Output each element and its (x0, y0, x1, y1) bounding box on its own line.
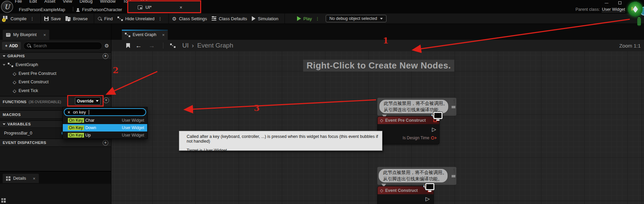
override-option-on-key-down[interactable]: On Key Down User Widget (63, 124, 147, 132)
toolbar-separator (168, 13, 169, 24)
sidebar-item-event-tick[interactable]: ◇ Event Tick (0, 87, 111, 94)
add-button[interactable]: + ADD (2, 42, 21, 50)
chevron-down-icon (3, 55, 5, 57)
exec-output-pin[interactable]: ▷ (432, 127, 436, 132)
search-icon (27, 43, 31, 48)
menu-window[interactable]: Window (100, 0, 115, 4)
tab-first-person-character[interactable]: FirstPersonCharacter (76, 6, 122, 13)
sidebar-item-event-pre-construct[interactable]: ◇ Event Pre Construct (0, 70, 111, 77)
chevron-down-icon (380, 18, 383, 20)
macros-header-label: MACROS (3, 113, 21, 117)
event-dispatchers-header-label: EVENT DISPATCHERS (3, 141, 46, 145)
graphs-section-header[interactable]: GRAPHS + (0, 52, 111, 60)
clear-search-icon[interactable]: × (68, 110, 70, 115)
close-panel-icon[interactable]: × (43, 32, 46, 37)
node-header[interactable]: ◇ Event Pre Construct (377, 116, 439, 124)
bookmark-icon[interactable] (126, 43, 130, 48)
event-graph-tab[interactable]: Event Graph × (122, 30, 168, 40)
add-graph-button[interactable]: + (103, 53, 108, 59)
details-tab[interactable]: Details × (3, 174, 39, 183)
save-button[interactable]: Save (44, 16, 61, 21)
close-details-icon[interactable]: × (33, 176, 35, 181)
details-tab-label: Details (13, 176, 26, 181)
compile-label: Compile (10, 16, 27, 21)
blueprint-search-input[interactable]: Search (23, 42, 102, 50)
nav-forward-button[interactable]: → (149, 42, 155, 49)
event-graph-canvas[interactable]: Event Graph × ← → UI › Event Graph Zoom … (111, 24, 644, 204)
compile-icon: ? (3, 16, 8, 21)
browse-icon (65, 17, 71, 21)
node-title: Event Pre Construct (385, 118, 426, 123)
is-design-time-pin-row[interactable]: Is Design Time (403, 136, 437, 140)
comment-icon[interactable] (451, 106, 456, 109)
hide-unrelated-options-icon[interactable]: ⋮ (158, 16, 162, 21)
pin-icon[interactable] (452, 169, 456, 173)
find-icon (98, 17, 102, 21)
event-pre-construct-node[interactable]: ◇ Event Pre Construct ▷ Is Design Time (377, 116, 439, 144)
tutorial-button[interactable] (628, 2, 643, 17)
find-label: Find (104, 16, 113, 21)
match-highlight: On Key (68, 118, 84, 123)
minimize-button[interactable]: — (603, 0, 610, 5)
breadcrumb-root[interactable]: UI (182, 42, 189, 49)
play-label: Play (303, 16, 312, 21)
nav-back-button[interactable]: ← (135, 42, 142, 49)
comment-icon[interactable] (451, 175, 456, 178)
graphs-header-label: GRAPHS (7, 54, 25, 58)
menu-file[interactable]: File (15, 0, 22, 4)
simulation-button[interactable]: Simulation (252, 16, 278, 21)
tab-first-person-example-map[interactable]: FirstPersonExampleMap (19, 6, 65, 13)
match-highlight: On Key (68, 125, 84, 130)
override-option-on-key-char[interactable]: On Key Char User Widget (63, 117, 147, 124)
person-icon (76, 8, 80, 12)
panel-settings-gear-icon[interactable]: ⚙ (105, 43, 109, 48)
find-button[interactable]: Find (98, 16, 113, 21)
debug-object-dropdown[interactable]: No debug object selected (326, 15, 386, 22)
play-options-icon[interactable]: ⋮ (315, 16, 320, 21)
annotation-step-2: 2 (113, 65, 118, 75)
event-dispatchers-section-header[interactable]: EVENT DISPATCHERS + (0, 139, 111, 147)
tab-label: FirstPersonExampleMap (19, 6, 65, 13)
exec-output-pin[interactable]: ▷ (426, 196, 430, 202)
menu-edit[interactable]: Edit (29, 0, 37, 4)
title-bar: U File Edit Asset View Debug Window Tool… (0, 0, 644, 13)
text-caret (89, 110, 89, 115)
pin-icon[interactable] (452, 99, 456, 104)
bool-output-pin[interactable] (431, 136, 434, 140)
disabled-note-line2: 从引脚连出引线来编译功能。 (383, 176, 448, 182)
sidebar-item-event-construct[interactable]: ◇ Event Construct (0, 79, 111, 85)
disabled-note-line1: 此节点被禁用，将不会被调用。 (384, 100, 448, 107)
graph-tab-strip (111, 24, 644, 40)
maximize-button[interactable] (618, 1, 621, 4)
tooltip-description: Called after a key (keyboard, controller… (187, 134, 382, 144)
save-label: Save (51, 16, 61, 21)
functions-header-label: FUNCTIONS (3, 100, 27, 104)
menu-debug[interactable]: Debug (80, 0, 92, 4)
menu-view[interactable]: View (63, 0, 72, 4)
node-title: Event Construct (385, 188, 418, 193)
option-label: Up (85, 133, 91, 138)
eventgraph-label: EventGraph (16, 62, 38, 67)
lightning-icon: ϟ (431, 113, 434, 118)
class-settings-button[interactable]: ⚙ Class Settings (172, 16, 207, 21)
compile-button[interactable]: ? Compile (3, 16, 27, 21)
override-option-on-key-up[interactable]: On Key Up User Widget (63, 132, 147, 139)
hide-unrelated-button[interactable]: Hide Unrelated (117, 16, 155, 21)
blueprint-add-row: + ADD Search ⚙ (0, 40, 111, 52)
play-button[interactable]: Play (297, 16, 312, 21)
my-blueprint-tab[interactable]: My Blueprint × (3, 30, 49, 40)
override-search-input[interactable]: × on key (64, 108, 146, 116)
browse-button[interactable]: Browse (65, 16, 87, 21)
compile-options-icon[interactable]: ⋮ (30, 16, 34, 21)
add-function-button[interactable]: + (103, 97, 109, 103)
parent-class-link[interactable]: User Widget (602, 7, 625, 12)
plus-icon: + (5, 43, 7, 48)
menu-asset[interactable]: Asset (44, 0, 55, 4)
tab-separator (73, 7, 73, 11)
close-graph-tab-icon[interactable]: × (162, 32, 165, 37)
add-event-dispatcher-button[interactable]: + (103, 140, 108, 146)
sidebar-item-eventgraph[interactable]: EventGraph (0, 61, 111, 68)
class-settings-label: Class Settings (179, 16, 207, 21)
class-defaults-button[interactable]: Class Defaults (212, 16, 247, 21)
toolbar-separator (94, 13, 94, 24)
